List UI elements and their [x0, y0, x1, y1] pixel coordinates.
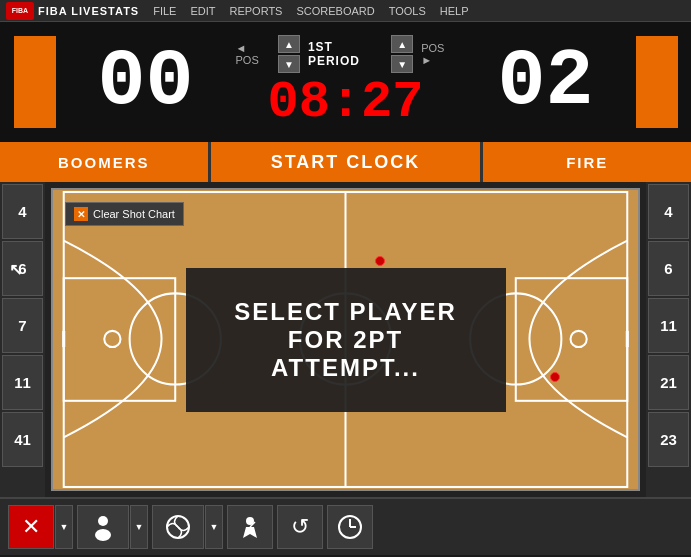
- home-team-button[interactable]: BOOMERS: [0, 142, 208, 182]
- start-clock-button[interactable]: START CLOCK: [208, 142, 484, 182]
- select-player-overlay: SELECT PLAYER FOR 2PT ATTEMPT...: [186, 268, 506, 412]
- app-title: FIBA LIVESTATS: [38, 5, 139, 17]
- player-dropdown[interactable]: ▼: [130, 505, 148, 549]
- menu-tools[interactable]: TOOLS: [389, 5, 426, 17]
- clock-icon: [337, 514, 363, 540]
- clear-shot-chart-button[interactable]: ✕ Clear Shot Chart: [65, 202, 184, 226]
- right-player-21[interactable]: 21: [648, 355, 689, 410]
- right-player-4[interactable]: 4: [648, 184, 689, 239]
- ball-tool-group: ▼: [152, 505, 223, 549]
- teams-row: BOOMERS START CLOCK FIRE: [0, 142, 691, 182]
- left-player-41[interactable]: 41: [2, 412, 43, 467]
- main-area: 4 ↖ 6 7 11 41: [0, 182, 691, 497]
- pos-left-label: ◄ POS: [236, 42, 270, 66]
- cancel-tool-group: ✕ ▼: [8, 505, 73, 549]
- left-player-4[interactable]: 4: [2, 184, 43, 239]
- period-up-right-btn[interactable]: ▲: [391, 35, 413, 53]
- action-tool-group: [227, 505, 273, 549]
- basketball-court[interactable]: ✕ Clear Shot Chart SELECT PLAYER FOR 2PT…: [51, 188, 640, 491]
- menu-reports[interactable]: REPORTS: [229, 5, 282, 17]
- pos-right-label: POS ►: [421, 42, 455, 66]
- app-logo: FIBA FIBA LIVESTATS: [6, 2, 139, 20]
- score-away-display: 02: [456, 37, 636, 127]
- svg-point-12: [95, 529, 111, 541]
- period-up-btn[interactable]: ▲: [278, 35, 300, 53]
- clock-button[interactable]: [327, 505, 373, 549]
- svg-point-5: [104, 331, 120, 347]
- menu-help[interactable]: HELP: [440, 5, 469, 17]
- right-players-panel: 4 6 11 21 23: [646, 182, 691, 497]
- court-container: ✕ Clear Shot Chart SELECT PLAYER FOR 2PT…: [45, 182, 646, 497]
- select-player-text: SELECT PLAYER FOR 2PT ATTEMPT...: [234, 298, 457, 381]
- period-down-btn[interactable]: ▼: [278, 55, 300, 73]
- shot-dot-1: [375, 256, 385, 266]
- center-scoreboard: ◄ POS ▲ ▼ 1ST PERIOD ▲ ▼ POS ► 08:27: [236, 35, 456, 129]
- svg-point-9: [571, 331, 587, 347]
- left-player-6[interactable]: ↖ 6: [2, 241, 43, 296]
- player-icon: [89, 513, 117, 541]
- menu-file[interactable]: FILE: [153, 5, 176, 17]
- right-player-6[interactable]: 6: [648, 241, 689, 296]
- period-row: ◄ POS ▲ ▼ 1ST PERIOD ▲ ▼ POS ►: [236, 35, 456, 73]
- fiba-logo-icon: FIBA: [6, 2, 34, 20]
- left-player-7[interactable]: 7: [2, 298, 43, 353]
- away-team-button[interactable]: FIRE: [483, 142, 691, 182]
- menu-edit[interactable]: EDIT: [190, 5, 215, 17]
- clock-tool-group: [327, 505, 373, 549]
- basketball-icon: [165, 514, 191, 540]
- player-tool-group: ▼: [77, 505, 148, 549]
- svg-point-11: [98, 516, 108, 526]
- menu-bar: FIBA FIBA LIVESTATS FILE EDIT REPORTS SC…: [0, 0, 691, 22]
- scoreboard: 00 ◄ POS ▲ ▼ 1ST PERIOD ▲ ▼ POS ► 08:27 …: [0, 22, 691, 142]
- fiba-logo-text: FIBA: [12, 7, 28, 14]
- right-player-11[interactable]: 11: [648, 298, 689, 353]
- period-arrows-left[interactable]: ▲ ▼: [278, 35, 300, 73]
- home-score: 00: [97, 42, 193, 122]
- undo-tool-group: ↺: [277, 505, 323, 549]
- period-arrows-right[interactable]: ▲ ▼: [391, 35, 413, 73]
- score-home-display: 00: [56, 37, 236, 127]
- right-orange-panel: [636, 36, 678, 128]
- left-orange-panel: [14, 36, 56, 128]
- bottom-toolbar: ✕ ▼ ▼ ▼: [0, 497, 691, 555]
- left-player-11[interactable]: 11: [2, 355, 43, 410]
- clear-shot-label: Clear Shot Chart: [93, 208, 175, 220]
- action-icon: [237, 514, 263, 540]
- ball-dropdown[interactable]: ▼: [205, 505, 223, 549]
- undo-button[interactable]: ↺: [277, 505, 323, 549]
- left-players-panel: 4 ↖ 6 7 11 41: [0, 182, 45, 497]
- clear-icon: ✕: [74, 207, 88, 221]
- cancel-dropdown[interactable]: ▼: [55, 505, 73, 549]
- right-player-23[interactable]: 23: [648, 412, 689, 467]
- period-down-right-btn[interactable]: ▼: [391, 55, 413, 73]
- away-score: 02: [497, 42, 593, 122]
- player-button[interactable]: [77, 505, 129, 549]
- menu-scoreboard[interactable]: SCOREBOARD: [296, 5, 374, 17]
- game-clock: 08:27: [267, 77, 423, 129]
- cancel-button[interactable]: ✕: [8, 505, 54, 549]
- period-label: 1ST PERIOD: [308, 40, 383, 68]
- ball-button[interactable]: [152, 505, 204, 549]
- action-button[interactable]: [227, 505, 273, 549]
